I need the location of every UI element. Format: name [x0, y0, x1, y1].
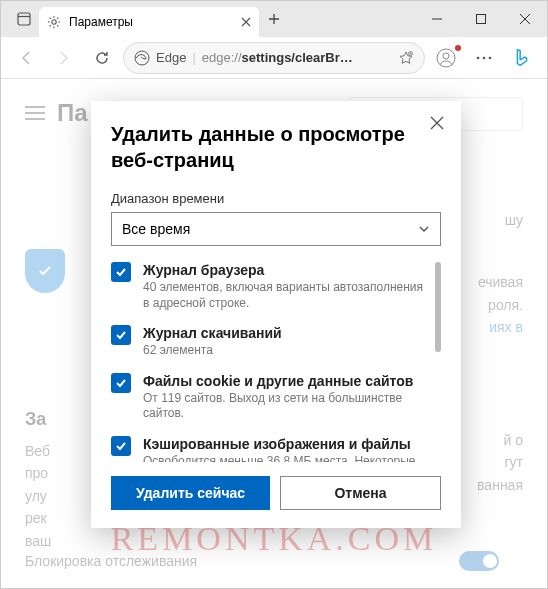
- window-titlebar: Параметры: [1, 1, 547, 37]
- close-icon[interactable]: [241, 17, 251, 27]
- close-window-button[interactable]: [503, 1, 547, 37]
- data-types-list: Журнал браузера 40 элементов, включая ва…: [111, 262, 441, 462]
- list-item: Файлы cookie и другие данные сайтов От 1…: [111, 373, 427, 422]
- svg-point-11: [489, 56, 492, 59]
- menu-button[interactable]: [467, 41, 501, 75]
- minimize-button[interactable]: [415, 1, 459, 37]
- time-range-dropdown[interactable]: Все время: [111, 212, 441, 246]
- address-bar[interactable]: Edge | edge://settings/clearBr…: [123, 42, 425, 74]
- favorite-icon[interactable]: [398, 50, 414, 66]
- browser-toolbar: Edge | edge://settings/clearBr…: [1, 37, 547, 79]
- profile-icon: [436, 48, 456, 68]
- clear-data-dialog: Удалить данные о просмотре веб-страниц Д…: [91, 101, 461, 528]
- svg-point-9: [477, 56, 480, 59]
- profile-button[interactable]: [429, 41, 463, 75]
- maximize-button[interactable]: [459, 1, 503, 37]
- chevron-down-icon: [418, 223, 430, 235]
- gear-icon: [47, 15, 61, 29]
- svg-point-2: [52, 20, 56, 24]
- bing-button[interactable]: [505, 41, 539, 75]
- checkbox-browsing-history[interactable]: [111, 262, 131, 282]
- time-range-label: Диапазон времени: [111, 191, 441, 206]
- svg-point-7: [437, 49, 455, 67]
- addr-prefix: Edge: [156, 50, 186, 65]
- tabs-icon: [17, 12, 31, 26]
- address-text: edge://settings/clearBr…: [202, 50, 392, 65]
- plus-icon: [268, 13, 280, 25]
- back-button[interactable]: [9, 41, 43, 75]
- bing-icon: [511, 47, 533, 69]
- cancel-button[interactable]: Отмена: [280, 476, 441, 510]
- tab-overview-button[interactable]: [9, 4, 39, 34]
- svg-point-10: [483, 56, 486, 59]
- list-item: Кэшированные изображения и файлы Освобод…: [111, 436, 427, 462]
- list-item: Журнал браузера 40 элементов, включая ва…: [111, 262, 427, 311]
- tab-title: Параметры: [69, 15, 241, 29]
- checkbox-cookies[interactable]: [111, 373, 131, 393]
- svg-rect-4: [477, 15, 486, 24]
- browser-tab[interactable]: Параметры: [39, 7, 259, 37]
- new-tab-button[interactable]: [259, 13, 289, 25]
- notification-dot: [455, 45, 461, 51]
- dialog-title: Удалить данные о просмотре веб-страниц: [111, 121, 441, 173]
- checkbox-cached-files[interactable]: [111, 436, 131, 456]
- clear-now-button[interactable]: Удалить сейчас: [111, 476, 270, 510]
- checkbox-download-history[interactable]: [111, 325, 131, 345]
- list-item: Журнал скачиваний 62 элемента: [111, 325, 427, 359]
- refresh-button[interactable]: [85, 41, 119, 75]
- scrollbar[interactable]: [435, 262, 441, 352]
- svg-point-8: [443, 53, 449, 59]
- svg-rect-0: [18, 13, 30, 25]
- edge-icon: [134, 50, 150, 66]
- dialog-close-button[interactable]: [429, 115, 447, 133]
- tab-strip: Параметры: [1, 1, 289, 37]
- window-controls: [415, 1, 547, 37]
- forward-button: [47, 41, 81, 75]
